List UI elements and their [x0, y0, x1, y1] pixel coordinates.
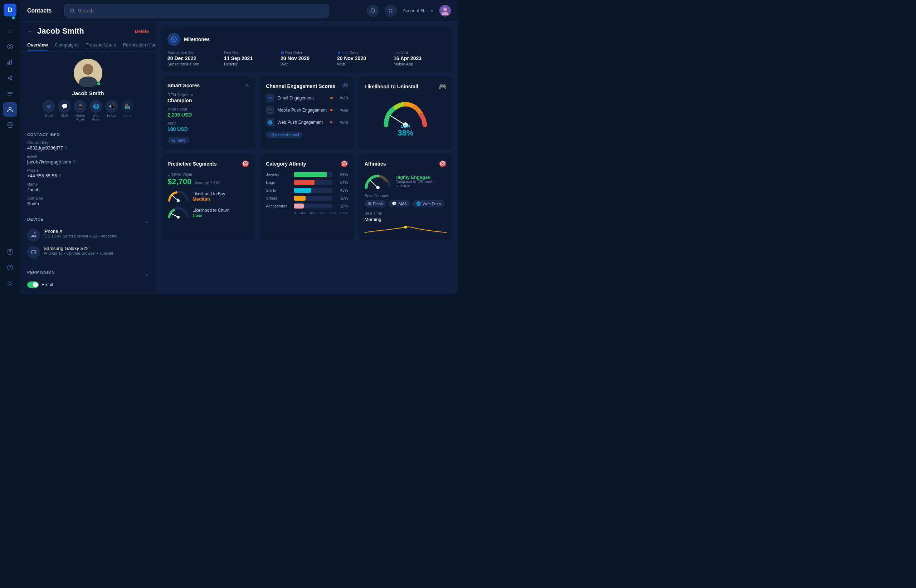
logo-dot — [12, 16, 15, 19]
jewelry-bar-bg — [294, 172, 332, 177]
mobile-push-bar-fill — [330, 109, 332, 111]
samsung-info: Samsung Galaxy S22 Android 16 • Chrome B… — [44, 246, 149, 255]
milestone-first-order: 🖥 First Order 20 Nov 2020 Web — [280, 51, 333, 66]
smart-scores-more-btn[interactable]: +2 more — [167, 137, 189, 144]
category-affinity-title: Category Affinity — [266, 161, 306, 167]
email-toggle-switch[interactable] — [27, 281, 39, 288]
avatar[interactable] — [439, 5, 451, 16]
mobile-push-engagement-icon: 📱 — [266, 106, 274, 115]
sidebar-item-home[interactable]: ⌂ — [3, 24, 17, 38]
profile-section: Jacob Smith ✉ Email 💬 SMS 📱 — [20, 52, 156, 129]
category-affinity-emoji-icon: 🎯 — [340, 160, 348, 168]
milestone-last-order: 🖥 Last Order 20 Nov 2020 Web — [337, 51, 390, 66]
name-value: Jacob — [27, 187, 149, 192]
likelihood-emoji-icon: 🎮 — [439, 82, 447, 90]
sidebar-item-database[interactable] — [3, 118, 17, 132]
svg-text:?: ? — [9, 266, 11, 270]
smart-scores-edit-icon[interactable]: ✎ — [245, 82, 249, 88]
sidebar-item-help[interactable]: ? — [3, 260, 17, 275]
iphone-detail: iOS 13.4 • Safari Browser 4.22 • Vodafon… — [44, 234, 149, 238]
device-item-samsung: Samsung Galaxy S22 Android 16 • Chrome B… — [27, 246, 149, 258]
shirts-bar-fill — [294, 188, 311, 193]
smart-scores-header: Smart Scores ✎ — [167, 82, 249, 88]
accessories-bar-bg — [294, 204, 332, 208]
device-item-iphone: iPhone X iOS 13.4 • Safari Browser 4.22 … — [27, 229, 149, 241]
channel-sms[interactable]: 💬 SMS — [58, 100, 71, 121]
likelihood-uninstall-header: Likelihood to Uninstall 🎮 — [365, 82, 447, 90]
sidebar-item-book[interactable] — [3, 245, 17, 259]
email-engagement-icon: ✉ — [266, 94, 274, 102]
total-spent: Total Spent 2,200 USD — [167, 107, 249, 118]
channel-engagement-icon — [342, 82, 348, 89]
phone-label: Phone — [27, 168, 149, 173]
account-selector[interactable]: Account N... — [403, 8, 434, 13]
milestone-first-visit: First Visit 11 Sep 2021 Desktop — [224, 51, 277, 66]
lifetime-value-section: Lifetime Value $2,700 Average 1,862 — [167, 172, 249, 186]
channel-onsite[interactable]: 🏪 Onsite — [121, 100, 134, 121]
channel-engagement-card: Channel Engagement Scores ✉ Email Engage… — [260, 77, 353, 149]
search-bar[interactable] — [65, 4, 329, 18]
email-engagement-bar-bg — [330, 97, 333, 99]
lifetime-value-row: $2,700 Average 1,862 — [167, 177, 249, 186]
bags-bar-bg — [294, 180, 332, 185]
copy-email-icon[interactable]: ⎘ — [73, 160, 76, 164]
sidebar-item-settings[interactable] — [3, 276, 17, 291]
copy-contact-key-icon[interactable]: ⎘ — [65, 145, 68, 150]
mobile-push-engagement-row: 📱 Mobile Push Engagement %66 — [266, 106, 348, 115]
back-button[interactable]: ← — [27, 27, 34, 35]
device-toggle[interactable]: ⌄ — [144, 218, 149, 224]
channel-email[interactable]: ✉ Email — [42, 100, 55, 121]
sidebar-item-contacts[interactable] — [3, 102, 17, 116]
channel-in-app[interactable]: 📲 In App — [105, 100, 118, 121]
category-affinity-card: Category Affinity 🎯 Jewelry 86% — [260, 154, 353, 240]
channel-web-push[interactable]: 🌐 WebPush — [89, 100, 102, 121]
name-label: Name — [27, 182, 149, 186]
tab-overview[interactable]: Overview — [27, 39, 48, 51]
contact-name: Jacob Smith — [37, 26, 84, 36]
affinities-card: Affinities 🎯 — [359, 154, 452, 240]
bags-bar-fill — [294, 180, 314, 185]
svg-line-42 — [171, 213, 178, 217]
tab-transactionals[interactable]: Transactionals — [86, 39, 116, 51]
sidebar-item-campaigns[interactable] — [3, 71, 17, 85]
milestones-grid: Subscription Date 20 Dec 2022 Subscripti… — [167, 51, 447, 66]
sidebar-item-charts[interactable] — [3, 55, 17, 69]
app-logo[interactable]: D — [3, 3, 16, 16]
best-channel-label: Best Channel — [365, 194, 447, 198]
permission-toggle-btn[interactable]: ⌄ — [144, 270, 149, 277]
apple-icon — [27, 229, 40, 241]
tab-campaigns[interactable]: Campaigns — [55, 39, 79, 51]
predictive-emoji-icon: 🎯 — [241, 160, 249, 168]
tab-permission-history[interactable]: Permission History — [123, 39, 156, 51]
svg-line-18 — [73, 12, 74, 13]
affinities-gauge-section: Highly Engaged Compared to 12K similar a… — [365, 172, 447, 190]
mobile-push-bar-bg — [330, 109, 333, 111]
time-chart — [365, 223, 447, 234]
onsite-icon: 🏪 — [121, 100, 134, 113]
jewelry-bar-fill — [294, 172, 327, 177]
right-panel: Milestones Subscription Date 20 Dec 2022… — [156, 21, 458, 294]
grid-button[interactable] — [385, 5, 397, 17]
svg-point-20 — [392, 9, 393, 10]
copy-phone-icon[interactable]: ⎘ — [59, 173, 62, 178]
channel-engagement-more-btn[interactable]: +3 more channel — [266, 132, 303, 138]
channel-mobile-push[interactable]: 📱 MobilePush — [74, 100, 87, 121]
smart-scores-card: Smart Scores ✎ RFM Segment Champion Tota… — [162, 77, 255, 149]
delete-button[interactable]: Delete — [135, 29, 149, 34]
search-input[interactable] — [78, 8, 324, 14]
gauge-container: LOW 38% — [365, 95, 447, 138]
svg-point-45 — [404, 226, 407, 229]
sidebar-item-analytics[interactable] — [3, 39, 17, 54]
contact-info-title: CONTACT INFO — [27, 132, 149, 137]
contact-key-label: Contact Key — [27, 140, 149, 144]
milestones-title: Milestones — [184, 37, 210, 42]
chevron-down-icon — [430, 9, 434, 13]
in-app-icon: 📲 — [105, 100, 118, 113]
page-header: ← Jacob Smith Delete — [20, 21, 156, 39]
svg-point-35 — [344, 83, 346, 85]
notification-button[interactable] — [367, 5, 379, 17]
sidebar-item-list[interactable] — [3, 87, 17, 101]
best-channel-sms: 💬 SMS — [388, 200, 410, 207]
contact-key-row: Contact Key 4632dga9386jf77 ⎘ — [27, 140, 149, 150]
channel-engagement-title: Channel Engagement Scores — [266, 83, 335, 89]
